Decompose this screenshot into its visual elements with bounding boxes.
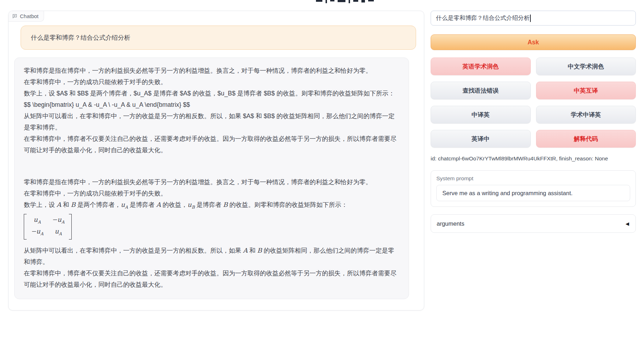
quick-action-chinese-academic-polish[interactable]: 中文学术润色 (536, 57, 636, 75)
chatbot-panel: Chatbot 什么是零和博弈？结合公式介绍分析 零和博弈是指在博弈中，一方的利… (8, 11, 424, 310)
quick-action-english-academic-polish[interactable]: 英语学术润色 (431, 57, 531, 75)
quick-action-find-grammar-errors[interactable]: 查找语法错误 (431, 82, 531, 99)
user-message-bubble: 什么是零和博弈？结合公式介绍分析 (21, 26, 416, 50)
ask-button[interactable]: Ask (431, 34, 636, 50)
quick-actions-grid: 英语学术润色 中文学术润色 查找语法错误 中英互译 中译英 学术中译英 英译中 … (431, 57, 636, 148)
bot-message-bubble: 零和博弈是指在博弈中，一方的利益损失必然等于另一方的利益增益。换言之，对于每一种… (14, 57, 409, 299)
arguments-accordion[interactable]: arguments ◀ (431, 214, 636, 233)
quick-action-academic-zh-to-en[interactable]: 学术中译英 (536, 106, 636, 123)
system-prompt-card: System prompt (431, 170, 636, 207)
collapse-triangle-icon: ◀ (626, 221, 629, 226)
system-prompt-label: System prompt (436, 175, 630, 182)
bot-paragraph: 数学上，设 A 和 B 是两个博弈者，uA 是博弈者 A 的收益，uB 是博弈者… (24, 199, 399, 213)
bot-paragraph: 零和博弈是指在博弈中，一方的利益损失必然等于另一方的利益增益。换言之，对于每一种… (24, 176, 399, 199)
clipped-page-title (316, 0, 374, 4)
quick-action-en-to-zh[interactable]: 英译中 (431, 130, 531, 148)
paragraph-gap (24, 156, 399, 176)
math-matrix: uA−uA−uAuA (24, 213, 399, 245)
user-message-text: 什么是零和博弈？结合公式介绍分析 (31, 34, 130, 41)
chat-bubble-icon (12, 13, 17, 19)
chatbot-label-text: Chatbot (20, 13, 39, 19)
bot-paragraph: 零和博弈是指在博弈中，一方的利益损失必然等于另一方的利益增益。换言之，对于每一种… (24, 65, 399, 156)
accordion-label: arguments (437, 220, 464, 227)
bot-paragraph: 在零和博弈中，博弈者不仅要关注自己的收益，还需要考虑对手的收益。因为一方取得的收… (24, 268, 399, 290)
text-cursor (530, 15, 531, 22)
prompt-input-value: 什么是零和博弈？结合公式介绍分析 (436, 14, 530, 22)
quick-action-zh-to-en[interactable]: 中译英 (431, 106, 531, 123)
chat-scroll-area[interactable]: 什么是零和博弈？结合公式介绍分析 零和博弈是指在博弈中，一方的利益损失必然等于另… (9, 11, 424, 310)
chatbot-label: Chatbot (9, 11, 44, 22)
bot-paragraph: 从矩阵中可以看出，在零和博弈中，一方的收益是另一方的相反数。所以，如果 A 和 … (24, 245, 399, 268)
system-prompt-input[interactable] (436, 185, 630, 201)
controls-column: 什么是零和博弈？结合公式介绍分析 Ask 英语学术润色 中文学术润色 查找语法错… (431, 11, 636, 233)
app-layout: Chatbot 什么是零和博弈？结合公式介绍分析 零和博弈是指在博弈中，一方的利… (0, 0, 644, 310)
quick-action-zh-en-mutual-translate[interactable]: 中英互译 (536, 82, 636, 99)
quick-action-explain-code[interactable]: 解释代码 (536, 130, 636, 148)
status-line: id: chatcmpl-6wOo7KrYTwMl89lbrMWRu4UkFFX… (431, 155, 636, 162)
prompt-input[interactable]: 什么是零和博弈？结合公式介绍分析 (431, 11, 636, 26)
